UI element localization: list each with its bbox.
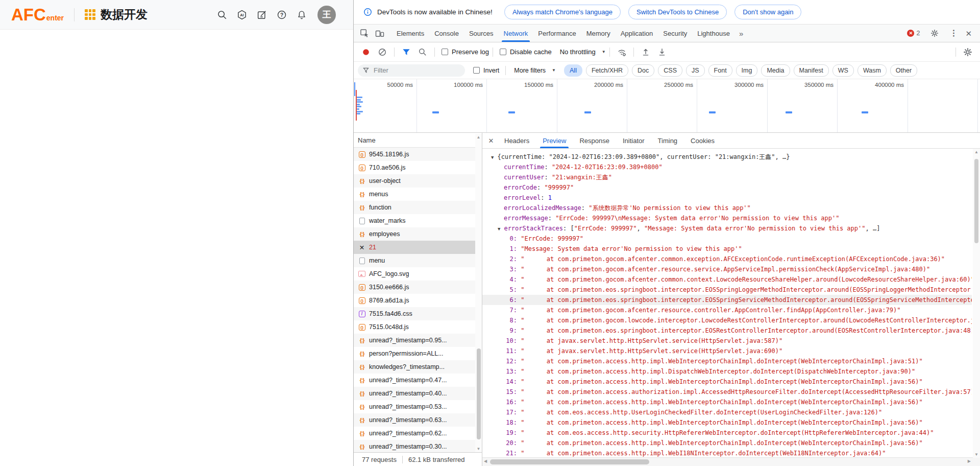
filter-pill-doc[interactable]: Doc <box>632 64 654 77</box>
devtools-tab-lighthouse[interactable]: Lighthouse <box>692 25 735 42</box>
table-row[interactable]: {}710.ae506.js <box>354 161 482 174</box>
inspect-element-icon[interactable] <box>359 28 370 38</box>
table-row[interactable]: AFC_logo.svg <box>354 267 482 281</box>
ai-assistant-icon[interactable]: AI <box>236 9 248 20</box>
table-row[interactable]: {:}function <box>354 201 482 214</box>
table-row[interactable]: {}8769.a6d1a.js <box>354 294 482 307</box>
table-row[interactable]: {:}unread?_timestamp=0.63... <box>354 413 482 427</box>
table-row[interactable]: {:}unread?_timestamp=0.95... <box>354 334 482 347</box>
scroll-right-icon[interactable]: ▶ <box>968 459 971 463</box>
filter-funnel-icon[interactable] <box>401 47 411 57</box>
scroll-down-icon[interactable]: ▼ <box>475 447 482 451</box>
disclosure-triangle-icon[interactable]: ▼ <box>498 224 500 234</box>
table-row[interactable]: water_marks <box>354 214 482 227</box>
export-har-icon[interactable] <box>657 47 667 57</box>
table-row[interactable]: {}9545.18196.js <box>354 148 482 161</box>
table-row[interactable]: {}7515.0c48d.js <box>354 320 482 334</box>
devtools-tab-performance[interactable]: Performance <box>533 25 581 42</box>
invert-checkbox[interactable] <box>473 67 480 74</box>
record-network-log-icon[interactable] <box>361 47 371 57</box>
compose-note-icon[interactable] <box>256 9 267 20</box>
devtools-tab-application[interactable]: Application <box>616 25 658 42</box>
scroll-up-icon[interactable]: ▲ <box>475 135 482 139</box>
scroll-up-icon[interactable]: ▲ <box>973 150 980 154</box>
devtools-tab-memory[interactable]: Memory <box>581 25 616 42</box>
more-tabs-icon[interactable]: » <box>735 29 747 38</box>
help-icon[interactable]: ? <box>276 9 287 20</box>
search-network-icon[interactable] <box>418 47 428 57</box>
table-row[interactable]: {:}menus <box>354 188 482 201</box>
table-row[interactable]: {:}user-object <box>354 174 482 188</box>
notifications-bell-icon[interactable] <box>296 9 307 20</box>
clear-network-log-icon[interactable] <box>377 47 387 57</box>
scrollbar-thumb[interactable] <box>490 459 649 464</box>
devtools-tab-sources[interactable]: Sources <box>464 25 499 42</box>
preview-horizontal-scrollbar[interactable]: ◀ ▶ <box>482 457 980 466</box>
scrollbar-thumb[interactable] <box>974 159 978 243</box>
search-icon[interactable] <box>216 9 228 20</box>
table-row[interactable]: {:}unread?_timestamp=0.62... <box>354 427 482 440</box>
devtools-tab-elements[interactable]: Elements <box>391 25 429 42</box>
devtools-menu-kebab-icon[interactable]: ⋮ <box>949 29 958 37</box>
console-error-badge[interactable]: ✕ 2 <box>907 30 920 37</box>
devtools-tab-console[interactable]: Console <box>429 25 464 42</box>
filter-pill-other[interactable]: Other <box>890 64 917 77</box>
banner-button-0[interactable]: Always match Chrome's language <box>504 5 621 19</box>
network-conditions-icon[interactable] <box>617 47 627 57</box>
table-row[interactable]: menu <box>354 254 482 267</box>
devtools-tab-network[interactable]: Network <box>499 25 533 42</box>
app-grid-icon[interactable] <box>85 9 95 20</box>
scroll-left-icon[interactable]: ◀ <box>484 459 487 463</box>
table-row[interactable]: {:}knowledges?_timestamp... <box>354 360 482 374</box>
detail-tab-response[interactable]: Response <box>573 133 616 148</box>
table-row[interactable]: {:}unread?_timestamp=0.30... <box>354 440 482 452</box>
requests-scrollbar[interactable]: ▲ ▼ <box>475 134 482 452</box>
network-overview-timeline[interactable]: 50000 ms100000 ms150000 ms200000 ms25000… <box>354 79 980 133</box>
preview-vertical-scrollbar[interactable]: ▲ ▼ <box>973 149 980 458</box>
close-details-icon[interactable]: ✕ <box>484 137 498 145</box>
detail-tab-timing[interactable]: Timing <box>651 133 684 148</box>
disclosure-triangle-icon[interactable]: ▼ <box>491 152 494 162</box>
filter-pill-all[interactable]: All <box>564 64 582 77</box>
table-row[interactable]: {:}unread?_timestamp=0.53... <box>354 400 482 413</box>
table-row[interactable]: {:}person?permission=ALL... <box>354 347 482 360</box>
table-row[interactable]: {:}unread?_timestamp=0.40... <box>354 387 482 400</box>
devtools-tab-security[interactable]: Security <box>658 25 692 42</box>
devtools-settings-gear-icon[interactable] <box>930 29 939 38</box>
table-row[interactable]: /7515.fa4d6.css <box>354 307 482 320</box>
detail-tab-initiator[interactable]: Initiator <box>616 133 651 148</box>
filter-pill-wasm[interactable]: Wasm <box>857 64 887 77</box>
detail-tab-preview[interactable]: Preview <box>536 133 573 148</box>
table-row[interactable]: {:}employees <box>354 227 482 241</box>
filter-pill-img[interactable]: Img <box>736 64 758 77</box>
filter-input[interactable] <box>373 66 460 75</box>
filter-pill-fetch-xhr[interactable]: Fetch/XHR <box>586 64 628 77</box>
filter-pill-manifest[interactable]: Manifest <box>794 64 829 77</box>
requests-column-header[interactable]: Name <box>354 133 482 148</box>
banner-button-1[interactable]: Switch DevTools to Chinese <box>628 5 727 19</box>
detail-tab-cookies[interactable]: Cookies <box>684 133 721 148</box>
scroll-down-icon[interactable]: ▼ <box>973 452 980 457</box>
more-filters-button[interactable]: More filters ▼ <box>514 67 556 74</box>
throttling-select[interactable]: No throttling ▼ <box>560 48 606 56</box>
filter-pill-js[interactable]: JS <box>686 64 705 77</box>
table-row[interactable]: {}3150.ee666.js <box>354 281 482 294</box>
disable-cache-checkbox[interactable] <box>500 49 506 55</box>
device-toolbar-icon[interactable] <box>375 28 385 38</box>
detail-tab-headers[interactable]: Headers <box>498 133 536 148</box>
filter-pill-ws[interactable]: WS <box>832 64 854 77</box>
preserve-log-checkbox[interactable] <box>442 49 448 55</box>
user-avatar[interactable]: 王 <box>317 6 336 24</box>
network-settings-gear-icon[interactable] <box>963 47 973 57</box>
banner-button-2[interactable]: Don't show again <box>734 5 801 19</box>
devtools-close-icon[interactable]: ✕ <box>965 30 972 37</box>
preview-line: errorCode: "999997" <box>482 182 972 193</box>
import-har-icon[interactable] <box>641 47 651 57</box>
scrollbar-thumb[interactable] <box>477 348 481 439</box>
table-row[interactable]: ✕21 <box>354 241 482 254</box>
table-row[interactable]: {:}unread?_timestamp=0.47... <box>354 374 482 387</box>
filter-pill-css[interactable]: CSS <box>658 64 682 77</box>
filter-pill-media[interactable]: Media <box>761 64 790 77</box>
filter-pill-font[interactable]: Font <box>708 64 732 77</box>
afcenter-logo[interactable]: AFC enter <box>11 6 64 23</box>
